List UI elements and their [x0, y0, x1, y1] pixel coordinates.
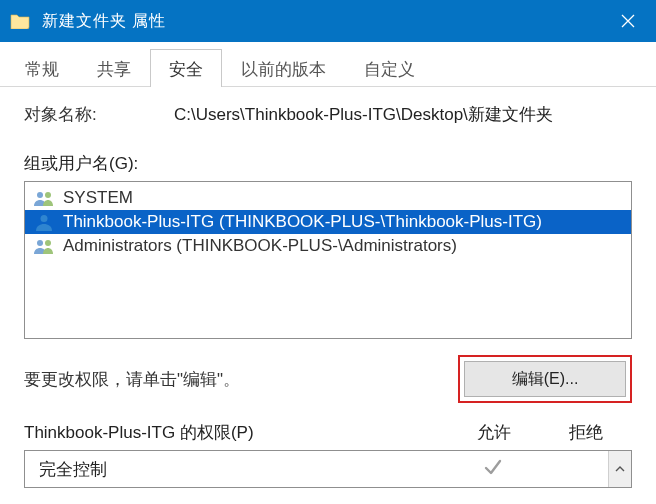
deny-column-label: 拒绝 [540, 421, 632, 444]
security-panel: 对象名称: C:\Users\Thinkbook-Plus-ITG\Deskto… [0, 87, 656, 488]
edit-button[interactable]: 编辑(E)... [464, 361, 626, 397]
tab-previous-versions[interactable]: 以前的版本 [222, 49, 345, 87]
properties-dialog: 新建文件夹 属性 常规 共享 安全 以前的版本 自定义 对象名称: C:\Use… [0, 0, 656, 504]
edit-row: 要更改权限，请单击"编辑"。 编辑(E)... [24, 355, 632, 403]
folder-icon [10, 13, 30, 29]
group-icon [33, 189, 55, 207]
user-icon [33, 213, 55, 231]
titlebar: 新建文件夹 属性 [0, 0, 656, 42]
list-item[interactable]: Administrators (THINKBOOK-PLUS-\Administ… [25, 234, 631, 258]
list-item-label: Thinkbook-Plus-ITG (THINKBOOK-PLUS-\Thin… [63, 212, 542, 232]
list-item[interactable]: SYSTEM [25, 186, 631, 210]
tab-customize[interactable]: 自定义 [345, 49, 434, 87]
tab-sharing[interactable]: 共享 [78, 49, 150, 87]
tab-bar: 常规 共享 安全 以前的版本 自定义 [0, 42, 656, 87]
list-item-label: SYSTEM [63, 188, 133, 208]
allow-column-label: 允许 [448, 421, 540, 444]
permissions-title: Thinkbook-Plus-ITG 的权限(P) [24, 421, 448, 444]
svg-point-1 [45, 192, 51, 198]
object-name-row: 对象名称: C:\Users\Thinkbook-Plus-ITG\Deskto… [24, 103, 632, 126]
svg-point-3 [37, 240, 43, 246]
groups-label: 组或用户名(G): [24, 152, 632, 175]
edit-button-highlight: 编辑(E)... [458, 355, 632, 403]
list-item-label: Administrators (THINKBOOK-PLUS-\Administ… [63, 236, 457, 256]
edit-hint: 要更改权限，请单击"编辑"。 [24, 368, 458, 391]
object-path: C:\Users\Thinkbook-Plus-ITG\Desktop\新建文件… [174, 103, 553, 126]
object-name-label: 对象名称: [24, 103, 174, 126]
svg-point-2 [41, 215, 48, 222]
tab-general[interactable]: 常规 [6, 49, 78, 87]
list-item[interactable]: Thinkbook-Plus-ITG (THINKBOOK-PLUS-\Thin… [25, 210, 631, 234]
tab-security[interactable]: 安全 [150, 49, 222, 87]
svg-point-4 [45, 240, 51, 246]
group-icon [33, 237, 55, 255]
window-title: 新建文件夹 属性 [42, 11, 166, 32]
permissions-list[interactable]: 完全控制 [24, 450, 632, 488]
table-row[interactable]: 完全控制 [25, 458, 631, 481]
close-button[interactable] [600, 0, 656, 42]
groups-list[interactable]: SYSTEM Thinkbook-Plus-ITG (THINKBOOK-PLU… [24, 181, 632, 339]
scroll-up-button[interactable] [608, 451, 631, 487]
permission-name: 完全控制 [39, 458, 447, 481]
permissions-header: Thinkbook-Plus-ITG 的权限(P) 允许 拒绝 [24, 421, 632, 444]
allow-check-icon [447, 458, 539, 481]
svg-point-0 [37, 192, 43, 198]
